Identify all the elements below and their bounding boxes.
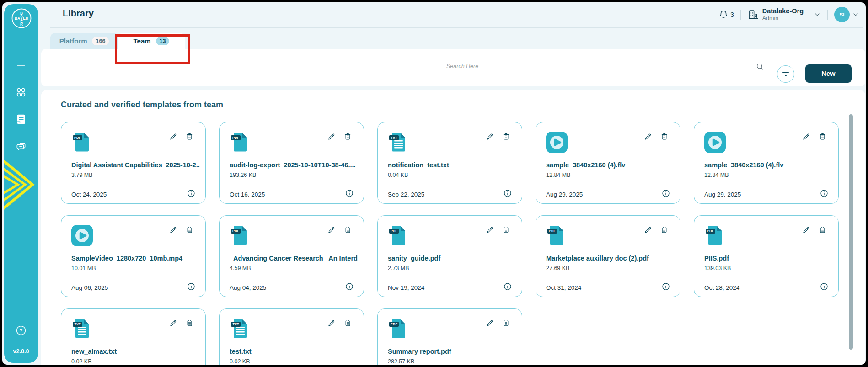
tab-platform[interactable]: Platform 166 (50, 33, 118, 49)
video-file-icon (546, 132, 568, 153)
delete-icon[interactable] (502, 132, 510, 141)
chevron-down-icon (814, 11, 821, 18)
file-date: Aug 06, 2025 (71, 284, 108, 291)
section-title: Curated and verified templates from team (61, 100, 223, 110)
help-icon[interactable]: ? (16, 325, 27, 336)
info-icon[interactable] (820, 189, 829, 198)
svg-text:TXT: TXT (74, 322, 81, 326)
delete-icon[interactable] (343, 132, 352, 141)
header-actions: 3 Datalake-Org Admin SI (718, 5, 859, 24)
info-icon[interactable] (187, 282, 196, 291)
tab-count-badge: 166 (92, 37, 109, 45)
file-card[interactable]: PDF _Advancing Cancer Research_ An Inter… (219, 215, 364, 297)
info-icon[interactable] (503, 282, 512, 291)
file-size: 4.59 MB (230, 265, 251, 271)
file-name: PIIS.pdf (704, 255, 833, 262)
delete-icon[interactable] (818, 132, 827, 141)
file-card[interactable]: TXT notification_test.txt 0.04 KB Sep 22… (377, 122, 522, 204)
tab-team[interactable]: Team 13 (118, 33, 185, 49)
file-card[interactable]: PDF sanity_guide.pdf 2.73 MB Nov 19, 202… (377, 215, 522, 297)
svg-text:A: A (20, 14, 23, 18)
filter-button[interactable] (777, 65, 794, 83)
file-name: sample_3840x2160 (4).flv (704, 161, 833, 169)
avatar: SI (834, 7, 850, 22)
file-card[interactable]: PDF audit-log-export_2025-10-10T10-38-46… (219, 122, 364, 204)
info-icon[interactable] (503, 189, 512, 198)
txt-file-icon: TXT (71, 318, 93, 340)
new-button[interactable]: New (805, 64, 852, 83)
file-card[interactable]: sample_3840x2160 (4).flv 12.84 MB Aug 29… (536, 122, 680, 204)
add-icon[interactable] (15, 59, 27, 71)
search-area (443, 59, 769, 75)
organization-icon (747, 9, 759, 21)
search-input[interactable] (443, 59, 769, 75)
info-icon[interactable] (345, 189, 354, 198)
info-icon[interactable] (187, 189, 196, 198)
delete-icon[interactable] (185, 225, 194, 234)
vertical-scrollbar[interactable] (849, 114, 853, 350)
edit-icon[interactable] (485, 133, 494, 141)
file-card[interactable]: PDF Summary report.pdf 282.57 KB (377, 308, 522, 365)
svg-text:PDF: PDF (74, 136, 81, 140)
apps-icon[interactable] (15, 86, 27, 98)
notifications-count: 3 (730, 11, 734, 18)
sidebar: BAY ER BA ER (4, 4, 38, 363)
file-date: Aug 29, 2025 (546, 191, 583, 198)
info-icon[interactable] (661, 282, 670, 291)
tab-count-badge: 13 (156, 37, 170, 45)
notifications-button[interactable]: 3 (718, 10, 734, 20)
info-icon[interactable] (345, 282, 354, 291)
info-icon[interactable] (820, 282, 829, 291)
file-date: Sep 22, 2025 (388, 191, 424, 198)
file-date: Aug 29, 2025 (704, 191, 741, 198)
delete-icon[interactable] (818, 225, 827, 234)
edit-icon[interactable] (169, 133, 177, 141)
file-card[interactable]: PDF Marketplace auxillary doc (2).pdf 27… (536, 215, 680, 297)
txt-file-icon: TXT (388, 132, 409, 153)
delete-icon[interactable] (660, 225, 669, 234)
edit-icon[interactable] (485, 226, 494, 234)
edit-icon[interactable] (327, 226, 336, 234)
edit-icon[interactable] (802, 226, 810, 234)
file-date: Oct 31, 2024 (546, 284, 581, 291)
file-card[interactable]: PDF Digital Assistant Capabilities_2025-… (61, 122, 206, 204)
svg-text:PDF: PDF (549, 229, 556, 233)
edit-icon[interactable] (643, 133, 652, 141)
edit-icon[interactable] (485, 319, 494, 328)
delete-icon[interactable] (343, 225, 352, 234)
delete-icon[interactable] (185, 319, 194, 327)
org-switcher[interactable]: Datalake-Org Admin (747, 7, 821, 21)
edit-icon[interactable] (802, 133, 810, 141)
file-size: 0.02 KB (230, 358, 250, 365)
file-size: 0.02 KB (71, 358, 91, 365)
delete-icon[interactable] (185, 132, 194, 141)
svg-text:TXT: TXT (391, 136, 397, 140)
file-date: Oct 16, 2025 (230, 191, 265, 198)
divider (740, 10, 741, 20)
file-name: new_almax.txt (71, 348, 200, 355)
search-icon[interactable] (755, 62, 765, 71)
edit-icon[interactable] (327, 133, 336, 141)
user-menu[interactable]: SI (834, 7, 859, 22)
chat-icon[interactable] (15, 141, 27, 153)
file-card[interactable]: TXT test.txt 0.02 KB (219, 308, 364, 365)
info-icon[interactable] (661, 189, 670, 198)
file-card[interactable]: SampleVideo_1280x720_10mb.mp4 10.01 MB A… (61, 215, 206, 297)
delete-icon[interactable] (660, 132, 669, 141)
edit-icon[interactable] (643, 226, 652, 234)
edit-icon[interactable] (169, 226, 177, 234)
file-name: Marketplace auxillary doc (2).pdf (546, 255, 675, 262)
file-size: 27.69 KB (546, 265, 569, 271)
file-card[interactable]: PDF PIIS.pdf 139.03 KB Oct 28, 2024 (694, 215, 839, 297)
edit-icon[interactable] (327, 319, 336, 328)
file-card[interactable]: TXT new_almax.txt 0.02 KB (61, 308, 206, 365)
delete-icon[interactable] (343, 319, 352, 327)
delete-icon[interactable] (502, 319, 510, 327)
file-size: 139.03 KB (704, 265, 731, 271)
edit-icon[interactable] (169, 319, 177, 328)
file-card[interactable]: sample_3840x2160 (4).flv 12.84 MB Aug 29… (694, 122, 839, 204)
video-file-icon (704, 132, 726, 153)
delete-icon[interactable] (502, 225, 510, 234)
app-version: v2.0.0 (4, 348, 38, 355)
library-icon[interactable] (15, 113, 27, 125)
